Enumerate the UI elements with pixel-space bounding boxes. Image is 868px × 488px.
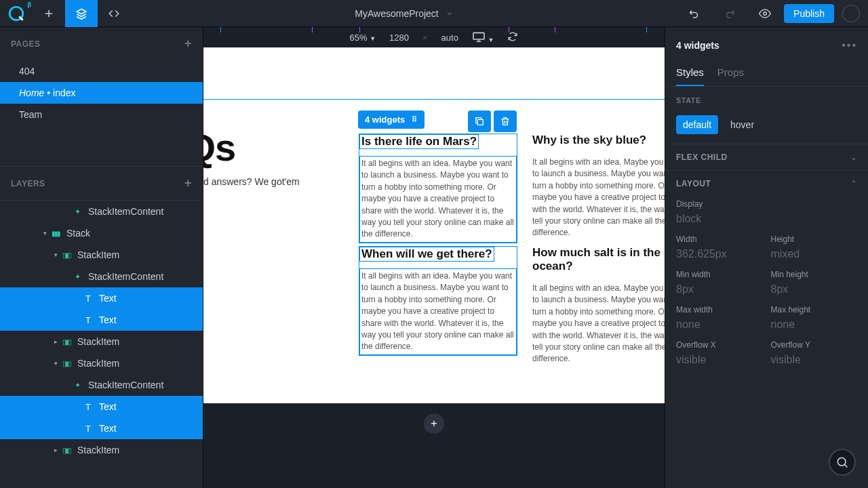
canvas-height[interactable]: auto bbox=[441, 33, 458, 43]
selection-chip[interactable]: 4 widgets ⠿ bbox=[358, 110, 425, 129]
selection-guide-line bbox=[203, 99, 665, 100]
layers-heading: LAYERS + bbox=[0, 166, 203, 200]
layer-stackitem[interactable]: ▸▯▮▯StackItem bbox=[0, 331, 203, 352]
pages-heading: PAGES + bbox=[0, 27, 203, 60]
more-menu-button[interactable]: ••• bbox=[842, 39, 857, 52]
prop-overflowy-value[interactable]: visible bbox=[771, 354, 858, 366]
project-title[interactable]: MyAwesomeProject bbox=[130, 8, 678, 19]
page-item-home[interactable]: Home • index bbox=[0, 82, 203, 104]
zoom-level[interactable]: 65% ▼ bbox=[350, 33, 376, 43]
layer-stackitem[interactable]: ▾▯▮▯StackItem bbox=[0, 244, 203, 266]
add-layer-button[interactable]: + bbox=[184, 176, 192, 190]
layer-stackitem[interactable]: ▾▯▮▯StackItem bbox=[0, 352, 203, 374]
state-default[interactable]: default bbox=[676, 115, 718, 134]
prop-minheight-value[interactable]: 8px bbox=[771, 283, 858, 296]
app-logo[interactable]: β bbox=[0, 0, 33, 27]
page-item-team[interactable]: Team bbox=[0, 104, 203, 125]
undo-button[interactable] bbox=[678, 0, 711, 27]
code-button[interactable] bbox=[98, 0, 130, 27]
chevron-down-icon bbox=[446, 9, 454, 18]
canvas-toolbar: 65% ▼ 1280 × auto ▼ bbox=[203, 27, 665, 47]
state-label: STATE bbox=[676, 96, 857, 104]
tab-props[interactable]: Props bbox=[717, 61, 744, 86]
layer-text[interactable]: TText bbox=[0, 287, 203, 309]
redo-button[interactable] bbox=[713, 0, 746, 27]
prop-overflowx-value[interactable]: visible bbox=[676, 354, 763, 366]
page-item-404[interactable]: 404 bbox=[0, 60, 203, 82]
inspector-panel: 4 widgets ••• Styles Props STATE default… bbox=[665, 27, 868, 488]
faq-item-4[interactable]: How much salt is in the ocean? It all be… bbox=[532, 246, 665, 365]
svg-rect-2 bbox=[473, 33, 484, 39]
layer-stackitemcontent[interactable]: ✦StackItemContent bbox=[0, 374, 203, 396]
delete-button[interactable] bbox=[494, 110, 517, 132]
faq-item-2[interactable]: Why is the sky blue? It all begins with … bbox=[532, 134, 665, 239]
prop-display-label: Display bbox=[676, 199, 857, 209]
prop-width-value[interactable]: 362.625px bbox=[676, 248, 763, 260]
layer-text[interactable]: TText bbox=[0, 418, 203, 439]
section-flex-child[interactable]: FLEX CHILD ⌄ bbox=[665, 144, 868, 170]
prop-maxwidth-value[interactable]: none bbox=[676, 319, 763, 331]
layer-stackitemcontent[interactable]: ✦StackItemContent bbox=[0, 201, 203, 222]
layers-tree: ✦StackItemContent ▾▮▮▮Stack ▾▯▮▯StackIte… bbox=[0, 200, 203, 488]
help-button[interactable] bbox=[829, 449, 856, 476]
device-button[interactable]: ▼ bbox=[472, 31, 494, 44]
layer-text[interactable]: TText bbox=[0, 396, 203, 418]
layers-button[interactable] bbox=[65, 0, 98, 27]
svg-point-1 bbox=[764, 12, 767, 15]
section-layout[interactable]: LAYOUT ⌃ bbox=[665, 170, 868, 197]
faq-item-3[interactable]: When will we get there? It all begins wi… bbox=[359, 246, 517, 356]
state-hover[interactable]: hover bbox=[724, 115, 761, 134]
prop-display-value[interactable]: block bbox=[676, 213, 857, 225]
avatar[interactable] bbox=[842, 5, 860, 22]
add-button[interactable] bbox=[33, 0, 65, 27]
svg-point-4 bbox=[837, 458, 846, 466]
chevron-down-icon: ⌄ bbox=[850, 152, 857, 162]
layer-stackitem[interactable]: ▸▯▮▯StackItem bbox=[0, 439, 203, 461]
canvas-width[interactable]: 1280 bbox=[389, 33, 409, 43]
inspector-title: 4 widgets bbox=[676, 40, 719, 51]
duplicate-button[interactable] bbox=[468, 110, 491, 132]
prop-maxheight-value[interactable]: none bbox=[771, 319, 858, 331]
layer-stack[interactable]: ▾▮▮▮Stack bbox=[0, 222, 203, 244]
add-page-button[interactable]: + bbox=[184, 37, 192, 51]
publish-button[interactable]: Publish bbox=[784, 4, 834, 23]
preview-button[interactable] bbox=[749, 0, 781, 27]
canvas-frame[interactable]: FAQs d answers? We got'em 4 widgets ⠿ Is… bbox=[203, 47, 665, 403]
refresh-button[interactable] bbox=[507, 31, 518, 44]
add-section-button[interactable]: + bbox=[424, 413, 444, 434]
canvas-area: 65% ▼ 1280 × auto ▼ FAQs d answers? We g… bbox=[203, 27, 665, 488]
prop-minwidth-value[interactable]: 8px bbox=[676, 283, 763, 296]
layer-text[interactable]: TText bbox=[0, 309, 203, 331]
sidebar-left: PAGES + 404 Home • index Team LAYERS + ✦… bbox=[0, 27, 203, 488]
chevron-up-icon: ⌃ bbox=[850, 179, 857, 188]
tab-styles[interactable]: Styles bbox=[676, 61, 704, 86]
top-bar: β MyAwesomeProject Publish bbox=[0, 0, 868, 27]
layer-stackitemcontent[interactable]: ✦StackItemContent bbox=[0, 266, 203, 287]
page-title: FAQs bbox=[203, 125, 235, 169]
prop-height-value[interactable]: mixed bbox=[771, 248, 858, 260]
svg-rect-3 bbox=[477, 119, 483, 125]
drag-handle-icon[interactable]: ⠿ bbox=[412, 115, 418, 124]
page-subtitle: d answers? We got'em bbox=[203, 176, 300, 187]
faq-item-1[interactable]: Is there life on Mars? It all begins wit… bbox=[359, 134, 517, 243]
